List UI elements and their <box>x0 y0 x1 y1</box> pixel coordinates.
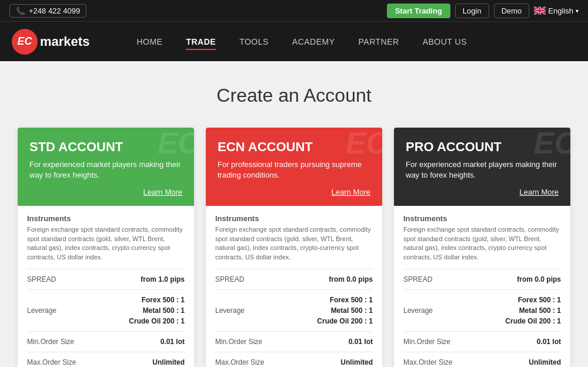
pro-spread-row: SPREAD from 0.0 pips <box>403 269 561 289</box>
std-min-order-label: Min.Order Size <box>27 338 74 346</box>
chevron-down-icon: ▾ <box>576 8 579 14</box>
ecn-card-body: Instruments Foreign exchange spot standa… <box>206 206 382 367</box>
std-max-order-label: Max.Order Size <box>27 358 76 366</box>
pro-card-header: EC PRO ACCOUNT For experienced market pl… <box>394 128 570 206</box>
nav-item-tools[interactable]: TOOLS <box>239 36 269 47</box>
pro-min-order-row: Min.Order Size 0.01 lot <box>403 331 561 352</box>
ecn-min-order-value: 0.01 lot <box>349 336 373 347</box>
cards-container: EC STD ACCOUNT For experienced market pl… <box>18 128 570 367</box>
std-bg-text: EC <box>158 128 194 158</box>
std-account-card: EC STD ACCOUNT For experienced market pl… <box>18 128 194 367</box>
phone-number: 📞 +248 422 4099 <box>9 4 86 18</box>
ecn-instruments-text: Foreign exchange spot standard contracts… <box>215 225 373 262</box>
std-card-desc: For experienced market players making th… <box>29 159 182 181</box>
ecn-card-desc: For professional traders pursuing suprem… <box>218 159 370 181</box>
std-spread-value: from 1.0 pips <box>141 274 185 285</box>
ecn-leverage-value: Forex 500 : 1Metal 500 : 1Crude Oil 200 … <box>317 295 373 326</box>
std-instruments-text: Foreign exchange spot standard contracts… <box>27 225 185 262</box>
pro-min-order-label: Min.Order Size <box>403 338 450 346</box>
std-spread-label: SPREAD <box>27 275 56 283</box>
std-min-order-row: Min.Order Size 0.01 lot <box>27 331 185 352</box>
nav-item-academy[interactable]: ACADEMY <box>292 36 335 47</box>
pro-max-order-value: Unlimited <box>529 357 561 367</box>
pro-learn-more-link[interactable]: Learn More <box>520 188 559 196</box>
top-bar-actions: Start Trading Login Demo English ▾ <box>387 4 579 18</box>
ecn-max-order-row: Max.Order Size Unlimited <box>215 352 373 367</box>
ecn-learn-more-link[interactable]: Learn More <box>332 188 370 196</box>
ecn-leverage-label: Leverage <box>215 306 245 315</box>
ecn-instruments-label: Instruments <box>215 214 373 223</box>
demo-button[interactable]: Demo <box>494 4 530 18</box>
main-content: Create an Account EC STD ACCOUNT For exp… <box>0 61 588 367</box>
std-max-order-row: Max.Order Size Unlimited <box>27 352 185 367</box>
ecn-min-order-label: Min.Order Size <box>215 338 262 346</box>
ecn-leverage-row: Leverage Forex 500 : 1Metal 500 : 1Crude… <box>215 289 373 331</box>
std-min-order-value: 0.01 lot <box>161 336 185 347</box>
std-learn-more-link[interactable]: Learn More <box>143 188 182 196</box>
pro-bg-text: EC <box>534 128 570 158</box>
std-spread-row: SPREAD from 1.0 pips <box>27 269 185 289</box>
nav-item-about-us[interactable]: ABOUT US <box>423 36 467 47</box>
nav-links: HOME TRADE TOOLS ACADEMY PARTNER ABOUT U… <box>136 36 467 47</box>
std-leverage-row: Leverage Forex 500 : 1Metal 500 : 1Crude… <box>27 289 185 331</box>
nav-item-home[interactable]: HOME <box>136 36 162 47</box>
ecn-account-card: EC ECN ACCOUNT For professional traders … <box>206 128 382 367</box>
std-card-header: EC STD ACCOUNT For experienced market pl… <box>18 128 194 206</box>
pro-leverage-label: Leverage <box>403 306 433 315</box>
std-leverage-label: Leverage <box>27 306 56 315</box>
std-instruments-section: Instruments Foreign exchange spot standa… <box>27 214 185 262</box>
login-button[interactable]: Login <box>455 4 489 18</box>
pro-min-order-value: 0.01 lot <box>537 336 561 347</box>
start-trading-button[interactable]: Start Trading <box>387 4 450 18</box>
nav-item-trade[interactable]: TRADE <box>186 36 216 47</box>
ecn-max-order-label: Max.Order Size <box>215 358 264 366</box>
ecn-max-order-value: Unlimited <box>340 357 373 367</box>
logo-circle: EC <box>12 29 38 55</box>
pro-account-card: EC PRO ACCOUNT For experienced market pl… <box>394 128 570 367</box>
pro-max-order-row: Max.Order Size Unlimited <box>403 352 561 367</box>
std-instruments-label: Instruments <box>27 214 185 223</box>
pro-spread-value: from 0.0 pips <box>517 274 561 285</box>
nav-item-partner[interactable]: PARTNER <box>359 36 399 47</box>
pro-instruments-text: Foreign exchange spot standard contracts… <box>403 225 561 262</box>
pro-instruments-label: Instruments <box>403 214 561 223</box>
std-max-order-value: Unlimited <box>152 357 185 367</box>
pro-max-order-label: Max.Order Size <box>403 358 452 366</box>
language-selector[interactable]: English ▾ <box>534 6 579 15</box>
logo[interactable]: EC markets <box>12 29 89 55</box>
pro-leverage-row: Leverage Forex 500 : 1Metal 500 : 1Crude… <box>403 289 561 331</box>
uk-flag-icon <box>534 6 546 15</box>
ecn-bg-text: EC <box>346 128 382 158</box>
ecn-spread-value: from 0.0 pips <box>329 274 373 285</box>
logo-text: markets <box>40 34 89 49</box>
pro-leverage-value: Forex 500 : 1Metal 500 : 1Crude Oil 200 … <box>505 295 561 326</box>
ecn-instruments-section: Instruments Foreign exchange spot standa… <box>215 214 373 262</box>
std-leverage-value: Forex 500 : 1Metal 500 : 1Crude Oil 200 … <box>129 295 185 326</box>
pro-spread-label: SPREAD <box>403 275 432 283</box>
pro-instruments-section: Instruments Foreign exchange spot standa… <box>403 214 561 262</box>
pro-card-body: Instruments Foreign exchange spot standa… <box>394 206 570 367</box>
ecn-spread-row: SPREAD from 0.0 pips <box>215 269 373 289</box>
ecn-card-header: EC ECN ACCOUNT For professional traders … <box>206 128 382 206</box>
page-title: Create an Account <box>18 85 570 106</box>
navigation-bar: EC markets HOME TRADE TOOLS ACADEMY PART… <box>0 21 588 61</box>
ecn-spread-label: SPREAD <box>215 275 244 283</box>
pro-card-desc: For experienced market players making th… <box>406 159 559 181</box>
ecn-min-order-row: Min.Order Size 0.01 lot <box>215 331 373 352</box>
phone-icon: 📞 <box>16 6 25 15</box>
top-bar: 📞 +248 422 4099 Start Trading Login Demo… <box>0 0 588 21</box>
std-card-body: Instruments Foreign exchange spot standa… <box>18 206 194 367</box>
